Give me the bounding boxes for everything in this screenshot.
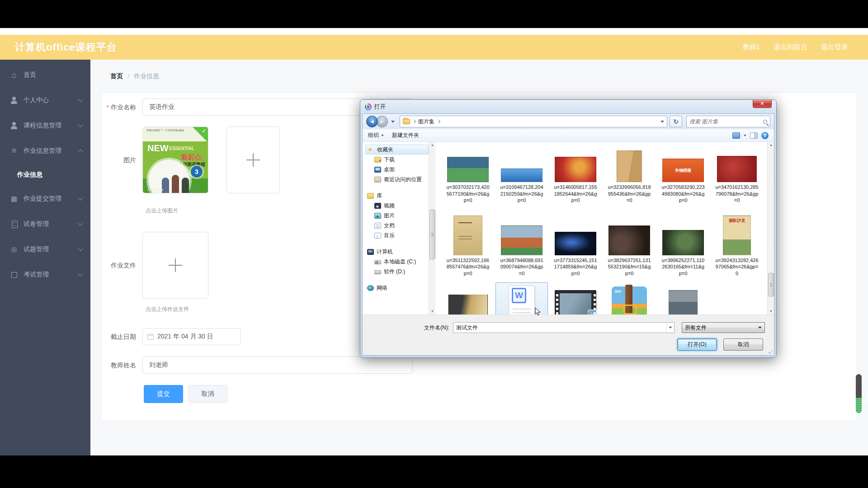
- tree-scrollbar[interactable]: [429, 142, 435, 314]
- sidebar-item-exam-mgmt[interactable]: 考试管理: [0, 262, 90, 287]
- filename-combobox[interactable]: [453, 322, 675, 333]
- organize-menu[interactable]: 组织: [368, 131, 384, 139]
- chevron-down-icon: [78, 221, 83, 225]
- file-thumbnail: [555, 290, 596, 318]
- sidebar-item-exam-paper-mgmt[interactable]: 试卷管理: [0, 211, 90, 237]
- new-folder-button[interactable]: 新建文件夹: [392, 131, 419, 139]
- sidebar-item-homework-submit-mgmt[interactable]: 作业提交管理: [0, 186, 90, 211]
- plus-icon: [246, 153, 260, 167]
- open-button[interactable]: 打开(O): [677, 338, 717, 351]
- search-input[interactable]: [689, 118, 763, 125]
- logout-link[interactable]: 退出登录: [821, 43, 848, 52]
- check-icon: ✓: [202, 127, 207, 134]
- sidebar-item-course-info[interactable]: 课程信息管理: [0, 113, 90, 138]
- folder-tree: 收藏夹 下载 桌面 最近访问的位置: [363, 142, 429, 314]
- view-dropdown-icon[interactable]: [744, 135, 746, 136]
- tree-item-downloads[interactable]: 下载: [365, 155, 429, 164]
- tree-item-desktop[interactable]: 桌面: [365, 164, 429, 174]
- sidebar-item-personal-center[interactable]: 个人中心: [0, 88, 90, 113]
- sidebar-item-homework-info-mgmt[interactable]: 作业信息管理: [0, 138, 90, 164]
- tree-item-favorites[interactable]: 收藏夹: [365, 145, 429, 155]
- help-icon[interactable]: ?: [761, 132, 769, 139]
- uploaded-image-thumbnail[interactable]: 普通高等教育"十一五"国家级规划教材 NEW ESSENTIAL 新起点 大学基…: [142, 127, 208, 193]
- network-icon: [367, 285, 374, 291]
- address-location[interactable]: 图片集: [418, 118, 434, 126]
- cancel-button[interactable]: 取消: [188, 385, 227, 403]
- computer-icon: [367, 249, 374, 255]
- filename-dropdown-icon[interactable]: [666, 323, 674, 333]
- file-thumbnail: [555, 232, 596, 255]
- nav-history-dropdown[interactable]: [391, 121, 395, 123]
- file-item[interactable]: u=3687948088,691090074&fm=26&gp=0: [495, 210, 548, 278]
- file-thumbnail: [453, 216, 482, 255]
- tree-item-recent-places[interactable]: 最近访问的位置: [365, 174, 429, 184]
- list-icon: [10, 147, 18, 155]
- back-button[interactable]: ◄: [366, 116, 378, 127]
- file-item[interactable]: 摄影沙龙 u=3924313282,42697065&fm=26&gp=0: [711, 210, 763, 278]
- dialog-cancel-button[interactable]: 取消: [723, 338, 763, 351]
- breadcrumb-home[interactable]: 首页: [110, 72, 123, 80]
- tree-item-pictures[interactable]: 图片: [365, 211, 429, 221]
- tree-item-disk-d[interactable]: 软件 (D:): [365, 267, 429, 277]
- exit-to-front-link[interactable]: 退出到前台: [774, 43, 807, 52]
- tree-scroll-thumb[interactable]: [429, 210, 435, 259]
- file-item[interactable]: u=3511322592,1668557476&fm=26&gp=0: [442, 210, 494, 278]
- file-item[interactable]: u=3896252271,1102630165&fm=11&gp=0: [657, 210, 709, 278]
- sidebar: 首页 个人中心 课程信息管理 作业信息管理 作业信息 作业提交管理 试卷管理: [0, 60, 90, 455]
- dialog-titlebar[interactable]: 打开: [360, 100, 776, 113]
- disk-c-icon: [374, 260, 381, 264]
- chevron-up-icon: [78, 149, 83, 154]
- file-item[interactable]: u=3109467128,2042150259&fm=26&gp=0: [495, 146, 548, 205]
- chevron-down-icon: [78, 271, 83, 276]
- scroll-up-icon[interactable]: [429, 142, 435, 148]
- tree-item-music[interactable]: 音乐: [365, 230, 429, 240]
- scroll-up-icon[interactable]: [768, 142, 774, 148]
- file-item[interactable]: u=3470162130,285796078&fm=26&gp=0: [711, 146, 763, 205]
- tree-item-documents[interactable]: 文档: [365, 221, 429, 230]
- file-list-scrollbar[interactable]: [767, 142, 774, 314]
- scroll-down-icon[interactable]: [429, 308, 435, 314]
- tree-item-disk-c[interactable]: 本地磁盘 (C:): [365, 257, 429, 267]
- document-icon: [10, 220, 18, 228]
- file-item[interactable]: u=3233996056,818955436&fm=26&gp=0: [603, 146, 656, 205]
- image-label: 图片: [102, 127, 142, 193]
- file-thumbnail: [501, 169, 542, 182]
- sidebar-item-home[interactable]: 首页: [0, 62, 90, 88]
- add-image-upload-box[interactable]: [226, 127, 280, 193]
- scroll-down-icon[interactable]: [768, 308, 774, 314]
- resize-grip[interactable]: [768, 349, 773, 354]
- filename-input[interactable]: [453, 324, 666, 331]
- address-dropdown-icon[interactable]: [660, 121, 664, 123]
- header-user-link[interactable]: 教师1: [743, 43, 760, 52]
- preview-pane-icon[interactable]: [750, 132, 758, 139]
- file-thumbnail: 摄影沙龙: [723, 216, 751, 255]
- file-item[interactable]: u=3037032173,4205677190&fm=26&gp=0: [442, 146, 494, 205]
- tree-item-computer[interactable]: 计算机: [365, 247, 429, 257]
- file-item[interactable]: u=3146005817,1551852644&fm=26&gp=0: [549, 146, 602, 205]
- archive-icon: 360: [612, 286, 647, 318]
- submit-button[interactable]: 提交: [144, 385, 183, 403]
- tree-item-videos[interactable]: 视频: [365, 201, 429, 211]
- filetype-select[interactable]: 所有文件: [682, 322, 765, 333]
- search-box[interactable]: [686, 116, 770, 127]
- deadline-date-picker[interactable]: 2021 年 04 月 30 日: [142, 328, 241, 345]
- pictures-icon: [374, 213, 381, 219]
- file-item[interactable]: u=3773315245,1511714859&fm=26&gp=0: [549, 210, 602, 278]
- list-scroll-thumb[interactable]: [768, 273, 774, 296]
- page-scrollbar[interactable]: [856, 374, 862, 413]
- homework-file-upload-box[interactable]: [142, 232, 208, 299]
- teacher-name-input[interactable]: [142, 357, 413, 374]
- refresh-button[interactable]: [670, 116, 682, 127]
- tree-item-network[interactable]: 网络: [365, 283, 429, 293]
- file-item[interactable]: 失物招领 u=3270583290,2234983080&fm=26&gp=0: [657, 146, 709, 205]
- tree-item-libraries[interactable]: 库: [365, 191, 429, 201]
- image-upload-hint: 点击上传图片: [146, 207, 178, 215]
- recent-places-icon: [374, 177, 381, 183]
- file-item[interactable]: u=3829637261,1315532190&fm=15&gp=0: [603, 210, 656, 278]
- close-button[interactable]: [753, 100, 772, 108]
- sidebar-subitem-homework-info[interactable]: 作业信息: [0, 164, 90, 186]
- sidebar-item-question-mgmt[interactable]: 试题管理: [0, 237, 90, 262]
- address-bar[interactable]: 图片集: [400, 116, 667, 127]
- change-view-icon[interactable]: [732, 132, 740, 139]
- target-icon: [10, 245, 18, 253]
